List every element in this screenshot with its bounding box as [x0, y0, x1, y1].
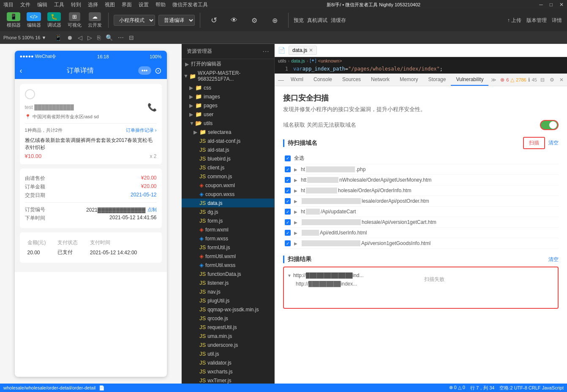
sidebar-item-client[interactable]: ▶ JS client.js	[182, 163, 274, 172]
copy-icon[interactable]: ⎘	[95, 34, 102, 41]
checkbox-3[interactable]: ✓	[285, 188, 291, 193]
sidebar-item-util[interactable]: ▶ JS util.js	[182, 349, 274, 358]
cloud-btn[interactable]: ☁ 云开发	[86, 12, 103, 28]
checkbox-6[interactable]: ✓	[285, 219, 291, 225]
menu-view[interactable]: 视图	[105, 1, 115, 8]
menu-interface[interactable]: 界面	[122, 1, 132, 8]
tab-vulnerability[interactable]: Vulnerability	[451, 74, 488, 86]
expand-arrow[interactable]: ▶	[294, 188, 297, 193]
minimize-panel-btn[interactable]: —	[276, 75, 286, 85]
sidebar-item-common[interactable]: ▶ JS common.js	[182, 172, 274, 181]
checkbox-8[interactable]: ✓	[285, 240, 291, 246]
expand-arrow[interactable]: ▶	[294, 199, 297, 204]
record-icon[interactable]: ⏺	[65, 34, 74, 41]
tab-wxml[interactable]: Wxml	[286, 74, 308, 86]
settings-btn[interactable]: ⊕	[266, 16, 283, 24]
expand-arrow[interactable]: ▶	[294, 241, 297, 246]
sidebar-item-data-js[interactable]: ▶ JS data.js	[182, 199, 274, 207]
sidebar-item-nav[interactable]: ▶ JS nav.js	[182, 287, 274, 296]
menu-goto[interactable]: 转到	[71, 1, 81, 8]
visual-btn[interactable]: ⊞ 可视化	[66, 12, 83, 28]
close-btn[interactable]: ✕	[559, 2, 564, 8]
domain-clear-button[interactable]: 清空	[548, 139, 559, 147]
tab-sources[interactable]: Sources	[337, 74, 366, 86]
version-btn[interactable]: 版本管理	[526, 17, 547, 24]
sidebar-item-pages[interactable]: ▶ 📁 pages	[182, 101, 274, 110]
tab-memory[interactable]: Memory	[395, 74, 423, 86]
close-tab-btn[interactable]: ✕	[309, 47, 313, 53]
maximize-btn[interactable]: □	[550, 2, 553, 8]
refresh-btn[interactable]: ↺	[205, 16, 222, 25]
sidebar-item-bluebird[interactable]: ▶ JS bluebird.js	[182, 154, 274, 163]
settings-btn[interactable]: ⚙	[548, 77, 556, 83]
camera-btn[interactable]: ⊙	[155, 65, 162, 76]
expand-arrow[interactable]: ▶	[294, 167, 297, 172]
sidebar-item-coupon-wxss[interactable]: ▶ ◈ coupon.wxss	[182, 190, 274, 199]
minimize-btn[interactable]: ─	[539, 2, 543, 8]
sidebar-item-qqmap[interactable]: ▶ JS qqmap-wx-jssdk.min.js	[182, 305, 274, 314]
sidebar-item-formutil-wxml[interactable]: ▶ ◈ formUtil.wxml	[182, 252, 274, 261]
checkbox-all[interactable]: ✓	[285, 155, 291, 161]
tab-network[interactable]: Network	[366, 74, 395, 86]
checkbox-1[interactable]: ✓	[285, 166, 291, 172]
split-icon[interactable]: ⊟	[127, 34, 136, 41]
sidebar-item-user[interactable]: ▶ 📁 user	[182, 110, 274, 119]
back-icon[interactable]: ◁	[76, 34, 84, 41]
compile-select[interactable]: 普通编译	[158, 15, 195, 26]
menu-select[interactable]: 选择	[88, 1, 98, 8]
checkbox-4[interactable]: ✓	[285, 198, 291, 204]
tab-console[interactable]: Console	[308, 74, 337, 86]
expand-icon[interactable]: ⋯	[116, 34, 125, 41]
breadcrumb-link2[interactable]: data.js	[291, 58, 305, 63]
expand-arrow[interactable]: ▶	[294, 178, 297, 182]
sidebar-item-utils[interactable]: ▼ 📂 utils	[182, 119, 274, 128]
checkbox-2[interactable]: ✓	[285, 177, 291, 183]
sidebar-item-requestutil[interactable]: ▶ JS requestUtil.js	[182, 323, 274, 332]
copy-button[interactable]: 点制	[147, 207, 157, 213]
preview-mode-btn[interactable]: 👁	[226, 16, 243, 24]
menu-help[interactable]: 帮助	[155, 1, 166, 8]
sidebar-item-dg[interactable]: ▶ JS dg.js	[182, 207, 274, 216]
more-options-btn[interactable]: •••	[138, 66, 151, 75]
menu-tools[interactable]: 工具	[54, 1, 64, 8]
filter-btn[interactable]: ⊟	[539, 77, 546, 83]
sidebar-item-formutil-wxss[interactable]: ▶ ◈ formUtil.wxss	[182, 261, 274, 270]
sidebar-item-formutil-js[interactable]: ▶ JS formUtil.js	[182, 243, 274, 252]
sidebar-item-css[interactable]: ▶ 📁 css	[182, 83, 274, 92]
sidebar-item-listener[interactable]: ▶ JS listener.js	[182, 278, 274, 287]
panel-close-btn[interactable]: ✕	[558, 77, 565, 83]
menu-edit[interactable]: 编辑	[37, 1, 47, 8]
mode-select[interactable]: 小程序模式	[114, 15, 155, 26]
phone-icon[interactable]: 📱	[53, 34, 63, 41]
result-clear-button[interactable]: 清空	[548, 256, 559, 263]
sidebar-item-underscore[interactable]: ▶ JS underscore.js	[182, 340, 274, 349]
search-icon[interactable]: 🔍	[104, 34, 114, 41]
sidebar-item-form-wxml[interactable]: ▶ ◈ form.wxml	[182, 225, 274, 234]
editor-btn[interactable]: </> 编辑器	[25, 12, 42, 28]
menu-wechat[interactable]: 微信开发者工具	[172, 1, 208, 8]
sidebar-item-form-wxss[interactable]: ▶ ◈ form.wxss	[182, 234, 274, 243]
back-button[interactable]: ‹	[20, 66, 22, 75]
menu-file[interactable]: 文件	[20, 1, 30, 8]
sidebar-item-coupon-wxml[interactable]: ▶ ◈ coupon.wxml	[182, 181, 274, 190]
sidebar-item-wxtimer[interactable]: ▶ JS wxTimer.js	[182, 376, 274, 384]
breadcrumb-link1[interactable]: utils	[278, 58, 286, 63]
sidebar-item-validator[interactable]: ▶ JS validator.js	[182, 358, 274, 367]
open-editors-section[interactable]: ▶ 打开的编辑器	[182, 59, 274, 69]
expand-arrow[interactable]: ▶	[294, 231, 297, 235]
sidebar-item-qrcode[interactable]: ▶ JS qrcode.js	[182, 314, 274, 323]
forward-icon[interactable]: ▷	[86, 34, 94, 41]
sidebar-item-ald-stat-conf[interactable]: ▶ JS ald-stat-conf.js	[182, 136, 274, 145]
tab-storage[interactable]: Storage	[423, 74, 451, 86]
sidebar-item-wxcharts[interactable]: ▶ JS wxcharts.js	[182, 367, 274, 376]
url-expand-arrow[interactable]: ▼	[287, 273, 292, 278]
toggle-switch[interactable]	[540, 120, 559, 130]
file-manager-more-btn[interactable]: ⋯	[262, 47, 269, 55]
more-tabs-btn[interactable]: ≫	[488, 77, 499, 83]
debugger-btn[interactable]: 🐛 调试器	[46, 12, 63, 28]
checkbox-5[interactable]: ✓	[285, 209, 291, 215]
menu-settings[interactable]: 设置	[139, 1, 149, 8]
menu-project[interactable]: 项目	[3, 1, 14, 8]
checkbox-7[interactable]: ✓	[285, 230, 291, 236]
expand-arrow[interactable]: ▶	[294, 220, 297, 225]
